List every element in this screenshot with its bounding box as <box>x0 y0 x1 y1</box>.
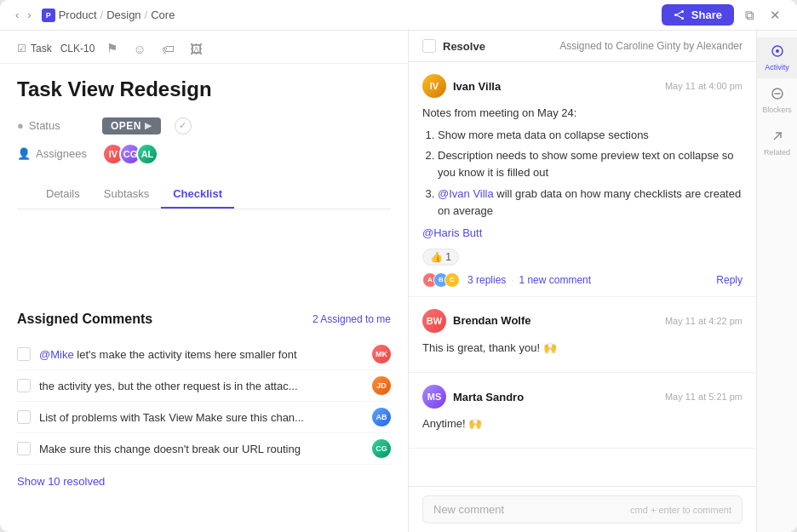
checklist-text-2: the activity yes, but the other request … <box>39 380 364 392</box>
activity-sidebar: Activity Blockers <box>756 31 797 532</box>
comment-1-body: Notes from meeting on May 24: Show more … <box>422 105 743 242</box>
status-row: ● Status OPEN ▶ ✓ <box>17 117 391 134</box>
image-icon[interactable]: 🖼 <box>186 40 206 58</box>
reply-avatars: A B C <box>422 272 456 288</box>
replies-link[interactable]: 3 replies <box>467 274 506 286</box>
breadcrumb-sep-1: / <box>100 9 104 21</box>
checklist-item-4: Make sure this change doesn't break our … <box>17 433 391 465</box>
resolve-label[interactable]: Resolve <box>443 40 485 53</box>
checklist-item-1: @Mike let's make the activity items here… <box>17 339 391 370</box>
task-tag-label: Task <box>31 43 52 54</box>
haris-mention[interactable]: @Haris Butt <box>422 226 482 239</box>
checklist-text-4: Make sure this change doesn't break our … <box>39 443 364 455</box>
reply-button[interactable]: Reply <box>716 274 743 286</box>
status-label: ● Status <box>17 119 94 132</box>
comment-1-list-3: @Ivan Villa will grab data on how many c… <box>438 186 743 220</box>
thumbsup-reaction[interactable]: 👍 1 <box>422 249 459 266</box>
comment-1-list-1: Show more meta data on collapse sections <box>438 127 743 144</box>
task-tag: ☑ Task <box>17 43 52 54</box>
sidebar-tab-activity[interactable]: Activity <box>757 37 797 78</box>
item-avatar-2: JD <box>372 376 391 395</box>
right-panel: Resolve Assigned to Caroline Ginty by Al… <box>409 31 797 532</box>
comment-input-bar: New comment cmd + enter to comment <box>409 486 756 532</box>
blockers-icon <box>771 87 784 104</box>
app-icon: P <box>42 9 55 22</box>
breadcrumb-design[interactable]: Design <box>106 9 140 21</box>
comment-3-header: MS Marta Sandro May 11 at 5:21 pm <box>422 385 743 409</box>
item-avatar-1: MK <box>372 345 391 363</box>
checklist-text-1: @Mike let's make the activity items here… <box>39 348 364 361</box>
close-button[interactable]: ✕ <box>765 6 785 25</box>
breadcrumb-product[interactable]: Product <box>59 9 97 21</box>
assignees-avatars: IV CG AL <box>102 143 153 165</box>
comment-3-avatar: MS <box>422 385 446 409</box>
breadcrumb-sep-2: / <box>145 9 148 21</box>
tab-checklist[interactable]: Checklist <box>161 180 234 209</box>
comment-1-reactions: 👍 1 <box>422 249 743 266</box>
tag-icon[interactable]: 🏷 <box>158 40 178 58</box>
activity-icon <box>771 44 784 61</box>
status-badge[interactable]: OPEN ▶ <box>102 117 161 134</box>
checklist-item-2: the activity yes, but the other request … <box>17 370 391 402</box>
task-id: CLK-10 <box>60 43 95 54</box>
task-title: Task View Redesign <box>17 77 391 102</box>
comment-2-author: Brendan Wolfe <box>453 314 531 327</box>
share-button[interactable]: Share <box>662 4 734 26</box>
comment-1-time: May 11 at 4:00 pm <box>665 81 743 91</box>
comment-2-body: This is great, thank you! 🙌 <box>422 340 743 357</box>
new-comment-badge[interactable]: 1 new comment <box>519 274 591 286</box>
resolve-bar: Resolve Assigned to Caroline Ginty by Al… <box>409 31 756 62</box>
assignees-label: 👤 Assignees <box>17 147 94 160</box>
assigned-badge[interactable]: 2 Assigned to me <box>312 313 391 325</box>
svg-point-6 <box>776 49 779 53</box>
assignees-row: 👤 Assignees IV CG AL <box>17 143 391 165</box>
titlebar-left: ‹ › P Product / Design / Core Product / … <box>12 7 175 23</box>
resolve-assigned: Assigned to Caroline Ginty by Alexander <box>559 40 743 52</box>
svg-point-0 <box>681 10 684 13</box>
back-button[interactable]: ‹ <box>12 7 22 23</box>
expand-button[interactable]: ⧉ <box>741 6 759 25</box>
emoji-icon[interactable]: ☺ <box>129 40 149 58</box>
comment-1-list-2: Description needs to show some preview t… <box>438 147 743 181</box>
show-resolved-link[interactable]: Show 10 resolved <box>17 475 391 488</box>
main-content: ☑ Task CLK-10 ⚑ ☺ 🏷 🖼 Task View Redesign… <box>0 31 797 532</box>
ivan-mention: @Ivan Villa <box>438 187 494 200</box>
tab-details[interactable]: Details <box>34 180 92 209</box>
sidebar-tab-related[interactable]: Related <box>757 123 797 163</box>
check-box-4[interactable] <box>17 442 31 455</box>
share-label: Share <box>691 9 722 21</box>
comment-2-header: BW Brendan Wolfe May 11 at 4:22 pm <box>422 309 743 333</box>
assignee-avatar-3[interactable]: AL <box>136 143 158 165</box>
tab-subtasks[interactable]: Subtasks <box>92 180 161 209</box>
check-box-1[interactable] <box>17 347 31 361</box>
comment-input-placeholder[interactable]: New comment <box>433 503 504 516</box>
svg-line-4 <box>677 15 681 18</box>
mark-done-button[interactable]: ✓ <box>175 117 192 134</box>
check-box-2[interactable] <box>17 379 31 392</box>
resolve-checkbox[interactable] <box>422 39 436 53</box>
status-icon: ● <box>17 119 24 132</box>
checklist-section-title: Assigned Comments <box>17 312 152 327</box>
comment-1-author: Ivan Villa <box>453 80 501 93</box>
comment-3: MS Marta Sandro May 11 at 5:21 pm Anytim… <box>409 373 756 449</box>
comment-1-avatar: IV <box>422 74 446 98</box>
comment-input-area: New comment cmd + enter to comment <box>422 495 743 523</box>
checklist-item-3: List of problems with Task View Make sur… <box>17 402 391 433</box>
nav-arrows: ‹ › <box>12 7 35 23</box>
comment-2: BW Brendan Wolfe May 11 at 4:22 pm This … <box>409 297 756 373</box>
comment-1-footer: A B C 3 replies · 1 new comment Reply <box>422 272 743 288</box>
left-panel: ☑ Task CLK-10 ⚑ ☺ 🏷 🖼 Task View Redesign… <box>0 31 409 532</box>
breadcrumb-core[interactable]: Core <box>151 9 175 21</box>
comment-1-intro: Notes from meeting on May 24: <box>422 105 743 122</box>
sidebar-tab-blockers[interactable]: Blockers <box>757 80 797 121</box>
comment-2-avatar: BW <box>422 309 446 333</box>
flag-icon[interactable]: ⚑ <box>103 39 121 58</box>
status-arrow-icon: ▶ <box>145 121 152 130</box>
comment-2-author-row: BW Brendan Wolfe <box>422 309 531 333</box>
comment-1-author-row: IV Ivan Villa <box>422 74 501 98</box>
check-box-3[interactable] <box>17 410 31 424</box>
forward-button[interactable]: › <box>24 7 34 23</box>
breadcrumb: P Product / Design / Core Product / Desi… <box>42 9 175 22</box>
svg-point-1 <box>681 17 684 20</box>
svg-line-9 <box>774 133 781 140</box>
